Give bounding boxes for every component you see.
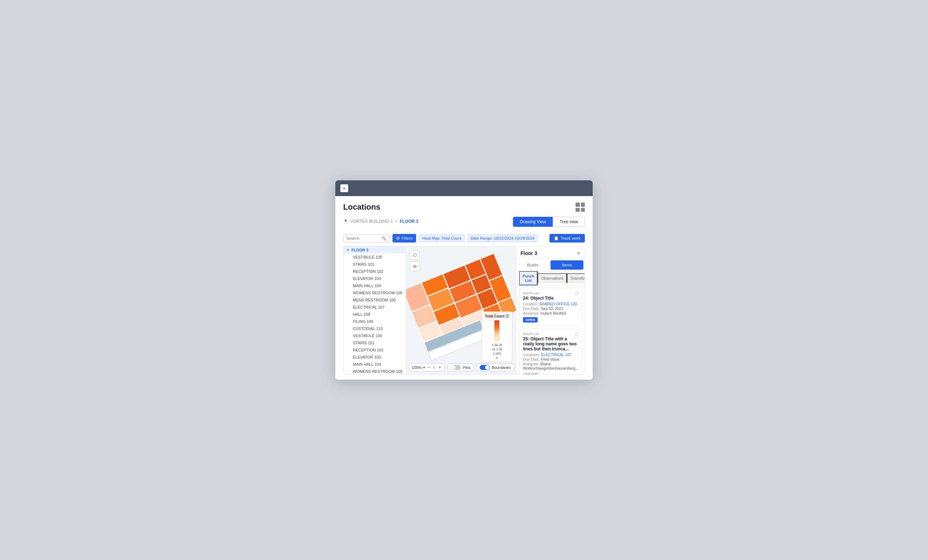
legend-color-bar [495,320,499,342]
pins-toggle-group: Pins [447,364,473,371]
map-tools: ⬡ ✢ [410,250,420,271]
view-tabs: Drawing View Tree view [513,217,585,227]
panel-subtabs: Punch List Observations Submittals More … [516,271,585,286]
list-item[interactable]: FILING 109 [343,318,406,325]
card-title: 25: Object Title with a really long name… [523,336,578,352]
toolbar: 🔍 ⚙ Filters Heat Map: Total Count Date R… [343,234,585,242]
status-badge: OPEN [523,317,538,323]
zoom-level: 100% [412,365,422,370]
panel-title: Floor 3 [520,250,537,256]
main-content: Locations 📍 VORTEX BUILDING 1 > FLOOR 3 … [335,196,593,380]
tab-drawing-view[interactable]: Drawing View [513,217,553,227]
zoom-dropdown-icon: ▾ [423,366,425,369]
subtab-observations[interactable]: Observations [538,273,567,283]
list-item[interactable]: VESTIBULE 100 [343,254,406,261]
list-item[interactable]: MAIN HALL 104 [343,361,406,368]
workspace: ▼ FLOOR 3 VESTIBULE 100 STAIRS 101 RECEP… [343,246,585,374]
filters-button[interactable]: ⚙ Filters [392,234,416,242]
track-work-button[interactable]: 📋 Track work [549,234,585,242]
breadcrumb-sep: > [395,219,397,224]
tab-items[interactable]: Items [551,260,583,269]
external-link-icon[interactable]: ⬡ [575,291,578,296]
list-item[interactable]: VESTIBULE 100 [343,332,406,339]
tree-floor-header[interactable]: ▼ FLOOR 3 [343,247,406,254]
card-due-date: Due Date: Sep 03, 2021 [523,306,578,311]
pins-label: Pins [463,365,470,370]
page-title: Locations [343,202,380,212]
map-area: ⬡ ✢ [406,247,516,374]
card-due-date: Due Date: Field Value [523,357,578,361]
page-title-row: Locations [343,202,585,212]
map-bottom-bar: 100% ▾ − ○ + Pins Boundaries [409,363,514,371]
list-item[interactable]: ELEVATOR 103 [343,353,406,361]
boundaries-toggle[interactable] [480,365,490,370]
pins-toggle[interactable] [451,365,461,370]
tab-builds[interactable]: Builds [516,259,549,271]
list-item[interactable]: HALL 108 [343,311,406,318]
app-window: × Locations 📍 VORTEX BUILDING 1 > FLOOR … [335,180,593,380]
search-box[interactable]: 🔍 [343,234,390,242]
date-range-chip[interactable]: Date Range: 10/22/2024-10/29/2024 [467,234,538,242]
subtab-punchlist[interactable]: Punch List [519,271,538,285]
list-item[interactable]: CUSTODIAL 110 [343,325,406,332]
card-assignee: Assignee: Hubert Westfeil [523,311,578,315]
subtab-submittals[interactable]: Submittals [567,273,585,283]
boundaries-label: Boundaries [492,365,511,370]
close-panel-button[interactable]: × [577,250,580,256]
chevron-down-icon: ▼ [346,248,350,252]
zoom-control[interactable]: 100% ▾ − ○ + [409,363,445,371]
panel-main-tabs: Builds Items [516,259,585,271]
legend-title: Total Count ⓘ [485,314,509,319]
list-item[interactable]: ELECTRICAL 107 [343,304,406,311]
tab-tree-view[interactable]: Tree view [553,217,585,227]
list-item[interactable]: WOMENS RESTROOM 105 [343,289,406,297]
legend-labels: 1.5k-2k 1k-1.4k 1-999 0 [485,343,509,360]
location-tree: ▼ FLOOR 3 VESTIBULE 100 STAIRS 101 RECEP… [343,247,406,374]
search-input[interactable] [346,236,380,240]
list-item[interactable]: ELEVATOR 103 [343,275,406,282]
list-item[interactable]: WOMENS RESTROOM 105 [343,368,406,374]
search-icon: 🔍 [382,236,386,241]
status-badge: DRAFT [523,372,539,374]
card-title: 24: Object Title [523,296,578,301]
filter-icon: ⚙ [396,236,400,241]
panel-items-list: Punch List ⬡ 24: Object Title Location: … [516,286,585,374]
right-panel: Floor 3 × Builds Items Punch List Observ… [516,247,585,374]
list-item[interactable]: STAIRS 101 [343,261,406,268]
pan-tool-button[interactable]: ✢ [410,262,420,271]
top-bar: × [335,180,593,196]
card-location: Location: SHARED OFFICE 120 [523,302,578,306]
card-type: Punch List [523,332,578,336]
list-item[interactable]: STAIRS 101 [343,339,406,347]
punch-list-card-25: Punch List ⬡ 25: Object Title with a rea… [519,329,582,374]
track-icon: 📋 [554,236,559,241]
zoom-reset-button[interactable]: ○ [432,365,437,370]
punch-list-card-24: Punch List ⬡ 24: Object Title Location: … [519,288,582,326]
heatmap-chip[interactable]: Heat Map: Total Count [419,234,464,242]
card-type: Punch List [523,291,578,295]
list-item[interactable]: RECEPTION 102 [343,268,406,275]
external-link-icon[interactable]: ⬡ [575,332,578,337]
zoom-out-button[interactable]: − [426,365,431,370]
card-assignee: Assignee: Blaine Wolfeschlaegelstenhause… [523,362,578,370]
close-button[interactable]: × [340,184,348,192]
breadcrumb-floor[interactable]: FLOOR 3 [400,219,418,224]
list-item[interactable]: MENS RESTROOM 106 [343,297,406,304]
list-item[interactable]: RECEPTION 102 [343,347,406,353]
right-panel-header: Floor 3 × [516,247,585,259]
grid-view-icon[interactable] [575,202,585,212]
list-item[interactable]: MAIN HALL 104 [343,282,406,289]
cursor-tool-button[interactable]: ⬡ [410,250,420,260]
zoom-in-button[interactable]: + [438,365,442,370]
breadcrumb: 📍 VORTEX BUILDING 1 > FLOOR 3 [343,219,418,224]
breadcrumb-building[interactable]: VORTEX BUILDING 1 [350,219,393,224]
location-icon: 📍 [343,219,348,224]
card-location: Locations: ELECTRICAL 107 [523,353,578,357]
heatmap-legend: Total Count ⓘ 1.5k-2k 1k-1.4k 1-999 0 [482,312,512,362]
boundaries-toggle-group: Boundaries [476,364,514,371]
